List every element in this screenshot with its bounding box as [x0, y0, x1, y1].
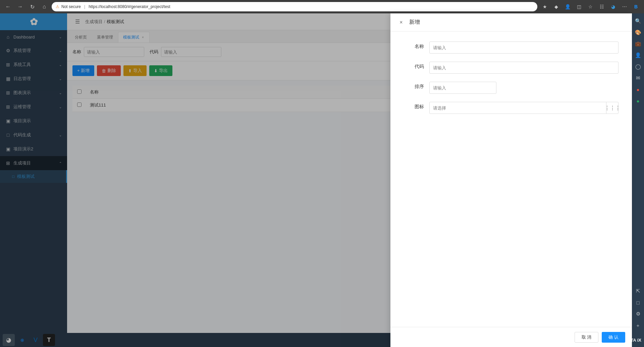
form-row-icon: 图标 ⋮⋮⋮	[404, 102, 619, 114]
right-briefcase-icon[interactable]: 💼	[633, 39, 643, 49]
confirm-button[interactable]: 确 认	[602, 332, 625, 343]
form-row-sort: 排序	[404, 82, 619, 94]
more-button[interactable]: ⋯	[620, 2, 629, 11]
sort-input[interactable]	[429, 82, 496, 94]
right-paint-icon[interactable]: 🎨	[633, 27, 643, 38]
form-control-name	[429, 42, 619, 54]
right-mail-icon[interactable]: ✉	[633, 73, 643, 83]
modal-footer: 取 消 确 认	[390, 327, 632, 347]
refresh-button[interactable]: ↻	[28, 2, 37, 11]
edge-icon[interactable]: B	[631, 2, 641, 11]
home-button[interactable]: ⌂	[40, 2, 49, 11]
icon-grid-button[interactable]: ⋮⋮⋮	[606, 102, 618, 114]
address-bar[interactable]: ⚠ Not secure | https://localhost:8080/#/…	[52, 2, 537, 11]
right-settings-icon[interactable]: ⚙	[633, 309, 643, 319]
form-label-name: 名称	[404, 42, 424, 50]
copilot-button[interactable]: ◕	[608, 2, 618, 11]
form-label-icon: 图标	[404, 102, 424, 110]
right-panel: 🔍 🎨 💼 👤 ◯ ✉ ● ● ⇱ □ ⚙ +	[632, 13, 644, 333]
right-red-icon[interactable]: ●	[633, 84, 643, 94]
form-control-icon: ⋮⋮⋮	[429, 102, 619, 114]
modal-header: × 新增	[390, 13, 632, 31]
browser-right-icons: ★ ◆ 👤 ◫ ☆ ☷ ◕ ⋯ B	[540, 2, 641, 11]
code-input[interactable]	[429, 62, 619, 74]
security-warning-text: Not secure	[61, 4, 81, 9]
form-row-name: 名称	[404, 42, 619, 54]
right-search-icon[interactable]: 🔍	[633, 16, 643, 26]
cancel-button[interactable]: 取 消	[575, 332, 599, 343]
back-button[interactable]: ←	[3, 2, 13, 11]
collections-button[interactable]: ☷	[597, 2, 606, 11]
icon-select-input[interactable]	[430, 102, 606, 114]
favorites-button[interactable]: ☆	[586, 2, 595, 11]
url-text: https://localhost:8080/#/generator_proje…	[89, 4, 170, 9]
forward-button[interactable]: →	[15, 2, 25, 11]
form-control-code	[429, 62, 619, 74]
security-warning-icon: ⚠	[56, 4, 59, 9]
profile-button[interactable]: 👤	[563, 2, 572, 11]
modal-body: 名称 代码 排序 图标 ⋮⋮⋮	[390, 31, 632, 327]
form-label-sort: 排序	[404, 82, 424, 90]
right-plus-icon[interactable]: +	[633, 320, 643, 330]
form-label-code: 代码	[404, 62, 424, 70]
modal-close-button[interactable]: ×	[397, 18, 405, 26]
ta-ix-text: TA iX	[631, 338, 641, 343]
form-row-code: 代码	[404, 62, 619, 74]
extensions-button[interactable]: ◆	[551, 2, 561, 11]
modal-dialog: × 新增 名称 代码 排序 图标 ⋮⋮⋮	[390, 13, 632, 347]
split-button[interactable]: ◫	[574, 2, 584, 11]
icon-select-wrapper: ⋮⋮⋮	[429, 102, 619, 114]
right-green-icon[interactable]: ●	[633, 96, 643, 106]
right-circle-icon[interactable]: ◯	[633, 62, 643, 72]
bookmark-star-button[interactable]: ★	[540, 2, 549, 11]
right-expand-icon[interactable]: ⇱	[633, 286, 643, 296]
browser-chrome: ← → ↻ ⌂ ⚠ Not secure | https://localhost…	[0, 0, 644, 13]
modal-title: 新增	[409, 19, 420, 26]
name-input[interactable]	[429, 42, 619, 54]
right-user-icon[interactable]: 👤	[633, 50, 643, 60]
form-control-sort	[429, 82, 619, 94]
right-window-icon[interactable]: □	[633, 297, 643, 307]
